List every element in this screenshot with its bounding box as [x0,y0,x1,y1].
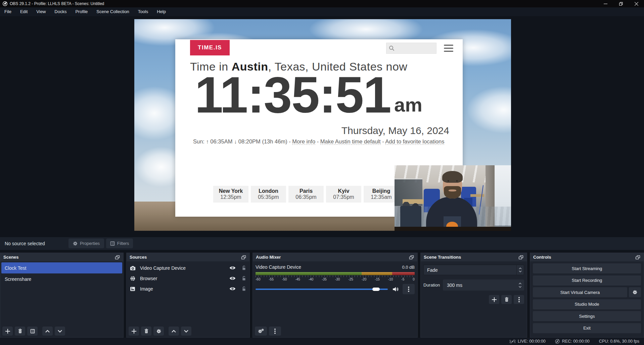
timeis-logo: TIME.IS [190,40,230,55]
gear-icon [73,241,78,246]
remove-scene-button[interactable] [15,327,25,336]
studio-mode-button[interactable]: Studio Mode [533,299,641,309]
popout-icon[interactable] [114,255,120,260]
scene-down-button[interactable] [55,327,65,336]
clock-display: 11:35:51 am [195,68,450,122]
meter-tick-label: -20 [362,277,366,281]
popout-icon[interactable] [240,255,246,260]
broadcast-off-icon [510,339,515,344]
restore-button[interactable] [613,0,629,7]
close-button[interactable] [629,0,644,7]
visibility-eye-icon[interactable] [229,287,236,291]
menu-edit[interactable]: Edit [16,7,32,16]
controls-header: Controls [530,253,644,261]
menu-scene-collection[interactable]: Scene Collection [92,7,134,16]
more-info-link: More info [292,138,315,145]
start-virtual-camera-button[interactable]: Start Virtual Camera [533,287,627,297]
scene-up-button[interactable] [42,327,53,336]
volume-slider-handle[interactable] [372,288,380,291]
scene-item-clock-test[interactable]: Clock Test [1,262,122,273]
exit-button[interactable]: Exit [533,323,641,333]
camera-icon [130,266,137,270]
remove-source-button[interactable] [141,327,151,336]
person-beard [444,186,461,199]
spinner-arrows[interactable] [516,283,524,288]
menu-help[interactable]: Help [152,7,170,16]
popout-icon[interactable] [635,255,641,260]
city-time: 07:35pm [333,194,354,200]
dropdown-arrows-icon[interactable] [516,265,524,275]
hamburger-menu-icon [444,45,453,52]
lock-icon[interactable] [242,276,246,281]
window-title: OBS 29.1.2 - Profile: LLHLS BETA - Scene… [10,1,104,6]
meter-tick-label: -60 [256,277,260,281]
current-date: Thursday, May 16, 2024 [341,125,449,136]
source-properties-button[interactable] [153,327,164,336]
add-transition-button[interactable] [489,295,499,304]
volume-fader-row [256,284,415,294]
menu-file[interactable]: File [0,7,16,16]
audio-mixer-title: Audio Mixer [256,255,408,260]
lock-icon[interactable] [242,286,246,291]
start-recording-button[interactable]: Start Recording [533,275,641,286]
city-box: Paris 06:35pm [288,186,324,203]
city-box: Kyiv 07:35pm [326,186,361,203]
mixer-menu-button[interactable] [269,327,281,336]
popout-icon[interactable] [408,255,414,260]
duration-spinbox[interactable]: 300 ms [443,279,524,291]
city-time: 12:35am [371,194,392,200]
person-mouth [449,189,456,191]
lock-icon[interactable] [242,265,246,270]
kebab-icon [518,297,520,302]
speaker-icon[interactable] [393,287,399,292]
transition-dropdown[interactable]: Fade [423,265,524,275]
volume-meter [256,272,415,275]
source-list: Video Capture Device Browser [127,261,249,294]
menu-docks[interactable]: Docks [50,7,71,16]
start-streaming-button[interactable]: Start Streaming [533,263,641,273]
sources-header: Sources [127,253,249,261]
meter-tick-labels: -60 -55 -50 -45 -40 -35 -30 -25 -20 -15 … [256,277,415,281]
virtual-camera-config-button[interactable] [629,287,641,297]
person-eyes [446,180,459,182]
image-icon [130,287,137,291]
minimize-button[interactable] [598,0,613,7]
record-off-icon [555,339,560,344]
kebab-icon [274,329,276,334]
menu-view[interactable]: View [32,7,50,16]
menu-profile[interactable]: Profile [71,7,92,16]
properties-button[interactable]: Properties [68,239,104,248]
cloud-shape [467,86,511,133]
source-up-button[interactable] [169,327,179,336]
meter-tick-label: -35 [322,277,326,281]
visibility-eye-icon[interactable] [229,266,236,270]
advanced-audio-button[interactable] [255,327,267,336]
add-source-button[interactable] [129,327,139,336]
rec-status: REC: 00:00:00 [555,339,590,344]
menu-bar: File Edit View Docks Profile Scene Colle… [0,7,644,16]
filters-label: Filters [117,241,129,246]
transition-menu-button[interactable] [514,295,524,304]
source-row-image[interactable]: Image [127,284,249,294]
menu-tools[interactable]: Tools [134,7,152,16]
transitions-title: Scene Transitions [424,255,518,260]
preview-canvas[interactable]: TIME.IS Time in Austin, Texas, United St… [134,19,511,231]
visibility-eye-icon[interactable] [229,276,236,281]
popout-icon[interactable] [518,255,524,260]
scene-item-screenshare[interactable]: Screenshare [1,273,122,285]
filters-button[interactable]: Filters [106,239,133,248]
remove-transition-button[interactable] [501,295,512,304]
live-time: LIVE: 00:00:00 [518,339,546,344]
settings-button[interactable]: Settings [533,311,641,321]
source-down-button[interactable] [181,327,191,336]
source-row-browser[interactable]: Browser [127,273,249,284]
volume-slider[interactable] [256,289,388,290]
city-time: 06:35pm [295,194,316,200]
separator: - [382,138,384,144]
audio-mixer-panel: Audio Mixer Video Capture Device 0.0 dB … [252,253,418,338]
meter-tick-label: -50 [282,277,287,281]
source-row-video-capture[interactable]: Video Capture Device [127,263,249,273]
scene-filters-button[interactable] [27,327,38,336]
mixer-kebab-menu-button[interactable] [403,284,415,294]
add-scene-button[interactable] [2,327,13,336]
